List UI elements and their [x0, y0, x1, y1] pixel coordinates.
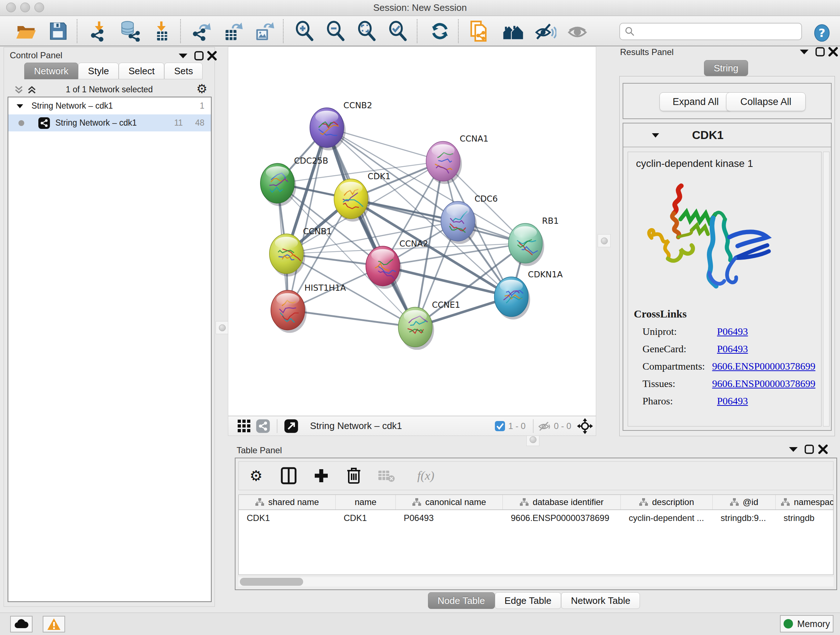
expand-all-button[interactable]: Expand All — [660, 92, 732, 111]
network-graph[interactable]: CCNB2CCNA1CDC25BCDK1CDC6RB1CCNB1CCNA2CDK… — [228, 47, 596, 416]
save-session-button[interactable] — [47, 20, 69, 42]
hide-graphics-details-button[interactable] — [535, 20, 556, 42]
collapse-all-button[interactable]: Collapse All — [726, 92, 806, 111]
show-columns-icon[interactable] — [279, 466, 298, 485]
delete-column-trash-icon[interactable] — [344, 466, 363, 485]
node-label-CDKN1A: CDKN1A — [528, 270, 562, 279]
fit-crosshair-icon[interactable] — [577, 418, 593, 434]
show-graphics-details-button[interactable] — [567, 20, 588, 42]
node-CCNB1[interactable]: CCNB1 — [270, 226, 332, 277]
panel-menu-icon[interactable] — [177, 50, 189, 62]
tab-style[interactable]: Style — [78, 63, 118, 79]
left-splitter-handle[interactable] — [216, 321, 229, 334]
tab-network-table[interactable]: Network Table — [561, 592, 640, 609]
table-options-gear-icon[interactable]: ⚙ — [247, 466, 265, 485]
crosslink-link[interactable]: P06493 — [717, 326, 748, 337]
search-field[interactable] — [619, 23, 802, 40]
node-CDKN1A[interactable]: CDKN1A — [494, 270, 563, 320]
current-network-dot-icon — [19, 120, 24, 126]
table-cell[interactable]: CDK1 — [239, 510, 336, 526]
selected-checkbox-icon[interactable] — [494, 421, 505, 432]
table-cell[interactable]: 9606.ENSP00000378699 — [503, 510, 621, 526]
zoom-out-button[interactable] — [325, 20, 347, 42]
float-panel-icon[interactable] — [814, 46, 826, 58]
tab-sets[interactable]: Sets — [164, 63, 202, 79]
tab-select[interactable]: Select — [118, 63, 164, 79]
float-panel-icon[interactable] — [193, 50, 205, 62]
crosslink-link[interactable]: P06493 — [717, 343, 748, 355]
zoom-in-button[interactable] — [294, 20, 316, 42]
node-CDC6[interactable]: CDC6 — [441, 194, 498, 244]
column-header-canonical-name[interactable]: canonical name — [396, 495, 503, 509]
birds-eye-grid-icon[interactable] — [235, 417, 254, 435]
import-network-button[interactable] — [88, 20, 110, 42]
node-CCNA1[interactable]: CCNA1 — [426, 134, 488, 184]
export-image-button[interactable] — [253, 20, 275, 42]
open-in-window-icon[interactable] — [282, 417, 301, 435]
table-horizontal-scrollbar[interactable] — [238, 577, 834, 586]
panel-menu-icon[interactable] — [787, 443, 799, 455]
node-CCNB2[interactable]: CCNB2 — [310, 101, 372, 150]
network-row-selected[interactable]: String Network – cdk1 11 48 — [8, 114, 211, 131]
node-label-CCNA2: CCNA2 — [399, 239, 428, 249]
create-column-plus-icon[interactable] — [312, 466, 331, 485]
crosslink-link[interactable]: 9606.ENSP00000378699 — [712, 378, 815, 390]
column-header-name[interactable]: name — [336, 495, 396, 509]
gene-header[interactable]: CDK1 — [623, 124, 831, 147]
network-view[interactable]: CCNB2CCNA1CDC25BCDK1CDC6RB1CCNB1CCNA2CDK… — [228, 46, 596, 416]
table-cell[interactable]: stringdb:9... — [713, 510, 775, 526]
close-panel-icon[interactable] — [827, 46, 839, 58]
eye-slash-waves-icon — [535, 20, 556, 42]
column-header-shared-name[interactable]: shared name — [239, 495, 336, 509]
node-CCNE1[interactable]: CCNE1 — [398, 300, 460, 350]
tab-string[interactable]: String — [704, 60, 748, 76]
duplicate-network-button[interactable] — [469, 20, 491, 42]
node-HIST1H1A[interactable]: HIST1H1A — [271, 283, 346, 333]
help-button[interactable]: ? — [811, 22, 833, 44]
refresh-button[interactable] — [429, 20, 451, 42]
right-splitter-handle[interactable] — [598, 234, 611, 247]
column-header-description[interactable]: description — [621, 495, 713, 509]
results-vertical-scrollbar[interactable] — [823, 152, 829, 426]
crosslink-link[interactable]: 9606.ENSP00000378699 — [712, 361, 815, 372]
table-cell[interactable]: P06493 — [396, 510, 503, 526]
open-session-button[interactable] — [15, 20, 37, 42]
table-cell[interactable]: stringdb — [775, 510, 834, 526]
panel-menu-icon[interactable] — [798, 46, 810, 58]
zoom-selected-button[interactable] — [387, 20, 409, 42]
export-table-button[interactable] — [222, 20, 244, 42]
edge-CCNB2-CCNE1[interactable] — [327, 128, 415, 327]
warnings-button[interactable] — [43, 616, 65, 632]
cloud-button[interactable] — [10, 616, 33, 632]
import-table-button[interactable] — [150, 20, 172, 42]
import-network-from-database-button[interactable] — [118, 20, 141, 42]
tab-edge-table[interactable]: Edge Table — [495, 592, 561, 609]
edge-HIST1H1A-CCNE1[interactable] — [288, 310, 415, 327]
node-RB1[interactable]: RB1 — [508, 216, 559, 266]
table-cell[interactable]: CDK1 — [336, 510, 396, 526]
float-panel-icon[interactable] — [803, 443, 815, 455]
search-input[interactable] — [635, 26, 801, 37]
tab-network[interactable]: Network — [24, 63, 78, 79]
section-expander-icon[interactable] — [652, 133, 660, 138]
table-cell[interactable]: cyclin-dependent ... — [621, 510, 713, 526]
close-panel-icon[interactable] — [206, 50, 218, 62]
scrollbar-thumb[interactable] — [240, 578, 303, 586]
column-header-@id[interactable]: @id — [713, 495, 775, 509]
string-home-button[interactable] — [502, 20, 524, 42]
crosslink-link[interactable]: P06493 — [717, 395, 748, 407]
table-row[interactable]: CDK1CDK1P064939606.ENSP00000378699cyclin… — [239, 510, 833, 526]
close-panel-icon[interactable] — [817, 443, 829, 455]
network-collection-row[interactable]: String Network – cdk1 1 — [8, 97, 211, 114]
tree-expander-icon[interactable] — [16, 103, 24, 109]
network-share-toggle-icon[interactable] — [254, 417, 272, 435]
node-CDC25B[interactable]: CDC25B — [261, 156, 328, 206]
column-header-database-identifier[interactable]: database identifier — [503, 495, 621, 509]
memory-button[interactable]: Memory — [780, 615, 834, 632]
column-header-namespace[interactable]: namespace — [775, 495, 834, 509]
tab-node-table[interactable]: Node Table — [428, 592, 495, 609]
export-network-button[interactable] — [191, 20, 213, 42]
zoom-fit-button[interactable] — [356, 20, 378, 42]
network-options-gear-icon[interactable]: ⚙ — [196, 82, 208, 95]
node-table[interactable]: shared namenamecanonical namedatabase id… — [238, 494, 834, 575]
